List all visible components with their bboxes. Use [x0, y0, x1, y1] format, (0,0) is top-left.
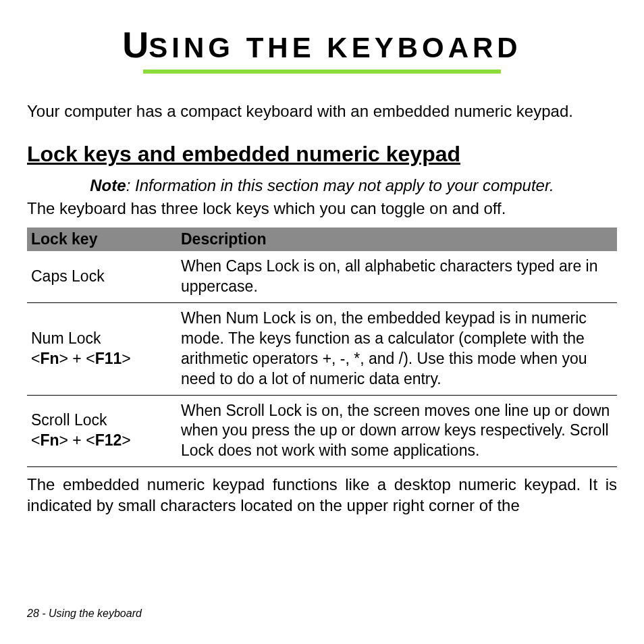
- title-underline: [143, 70, 501, 74]
- title-rest: SING THE KEYBOARD: [149, 32, 521, 63]
- title-first-letter: U: [122, 24, 149, 65]
- table-cell-description: When Num Lock is on, the embedded keypad…: [177, 302, 617, 395]
- table-header-description: Description: [177, 227, 617, 251]
- page-footer: 28 - Using the keyboard: [27, 608, 142, 620]
- table-cell-lock-key: Scroll Lock<Fn> + <F12>: [27, 395, 177, 467]
- section-heading: Lock keys and embedded numeric keypad: [27, 142, 617, 167]
- intro-paragraph: Your computer has a compact keyboard wit…: [27, 101, 617, 122]
- note-text: : Information in this section may not ap…: [126, 176, 554, 194]
- page-title: USING THE KEYBOARD: [27, 24, 617, 65]
- table-cell-lock-key: Num Lock<Fn> + <F11>: [27, 302, 177, 395]
- lead-paragraph: The keyboard has three lock keys which y…: [27, 199, 617, 218]
- table-cell-description: When Scroll Lock is on, the screen moves…: [177, 395, 617, 467]
- table-row: Caps LockWhen Caps Lock is on, all alpha…: [27, 251, 617, 302]
- after-table-paragraph: The embedded numeric keypad functions li…: [27, 474, 617, 516]
- note-label: Note: [90, 176, 126, 194]
- table-cell-description: When Caps Lock is on, all alphabetic cha…: [177, 251, 617, 302]
- table-row: Num Lock<Fn> + <F11>When Num Lock is on,…: [27, 302, 617, 395]
- page: USING THE KEYBOARD Your computer has a c…: [0, 0, 644, 644]
- table-cell-lock-key: Caps Lock: [27, 251, 177, 302]
- note-line: Note: Information in this section may no…: [27, 176, 617, 195]
- lock-keys-table: Lock key Description Caps LockWhen Caps …: [27, 227, 617, 467]
- table-row: Scroll Lock<Fn> + <F12>When Scroll Lock …: [27, 395, 617, 467]
- table-header-row: Lock key Description: [27, 227, 617, 251]
- table-header-lock-key: Lock key: [27, 227, 177, 251]
